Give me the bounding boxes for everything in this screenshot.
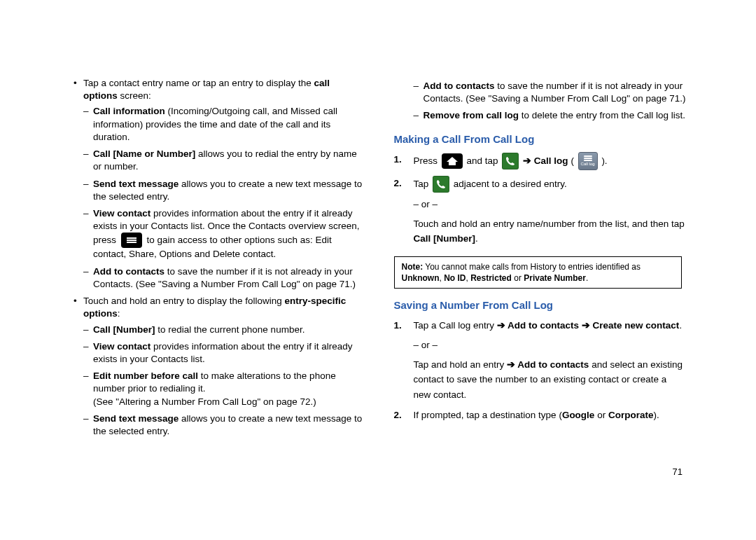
sub2-edit-ref: (See "Altering a Number From Call Log" o… xyxy=(93,396,366,408)
bullet-call-options: Tap a contact entry name or tap an entry… xyxy=(74,77,366,291)
sub-send-text: Send text message allows you to create a… xyxy=(83,178,366,203)
svg-marker-4 xyxy=(447,157,458,165)
or-divider: – or – xyxy=(414,197,687,212)
rsub-remove-log: Remove from call log to delete the entry… xyxy=(414,109,687,122)
sub-call-information: Call information (Incoming/Outgoing call… xyxy=(83,105,366,144)
save-step1: 1. Tap a Call log entry ➔ Add to contact… xyxy=(394,318,687,402)
hold-entry: Touch and hold an entry name/number from… xyxy=(414,216,687,247)
bullet-entry-specific: Touch and hold an entry to display the f… xyxy=(74,295,366,438)
svg-rect-1 xyxy=(127,237,136,239)
svg-rect-2 xyxy=(127,240,136,241)
heading-making-call: Making a Call From Call Log xyxy=(394,132,687,146)
sub-add-contacts: Add to contacts to save the number if it… xyxy=(83,265,366,291)
right-column: Add to contacts to save the number if it… xyxy=(394,77,687,512)
sub2-view-contact: View contact provides information about … xyxy=(83,340,366,366)
sub-call-name-number: Call [Name or Number] allows you to redi… xyxy=(83,148,366,173)
phone-icon xyxy=(433,176,449,193)
step-press-tap: 1. Press and tap ➔ Call log ( Call log )… xyxy=(394,152,687,170)
sub2-call-number: Call [Number] to redial the current phon… xyxy=(83,324,366,336)
sub2-send-text: Send text message allows you to create a… xyxy=(83,413,366,438)
page-number: 71 xyxy=(673,466,682,477)
sub-view-contact: View contact provides information about … xyxy=(83,207,366,261)
home-icon xyxy=(442,153,463,169)
save-step2: 2. If prompted, tap a destination type (… xyxy=(394,408,687,423)
svg-rect-3 xyxy=(127,242,136,243)
menu-icon xyxy=(121,233,142,248)
heading-saving-number: Saving a Number From Call Log xyxy=(394,298,687,312)
phone-icon xyxy=(502,153,519,169)
sub2-edit-number: Edit number before call to make alterati… xyxy=(83,370,366,408)
call-log-icon: Call log xyxy=(578,152,598,170)
rsub-add-contacts: Add to contacts to save the number if it… xyxy=(414,80,687,105)
left-column: Tap a contact entry name or tap an entry… xyxy=(74,77,366,512)
step-tap-phone: 2. Tap adjacent to a desired entry. – or… xyxy=(394,176,687,247)
or-divider: – or – xyxy=(414,338,687,353)
note-box: Note: You cannot make calls from History… xyxy=(394,256,682,289)
save-hold-entry: Tap and hold an entry ➔ Add to contacts … xyxy=(414,357,687,403)
